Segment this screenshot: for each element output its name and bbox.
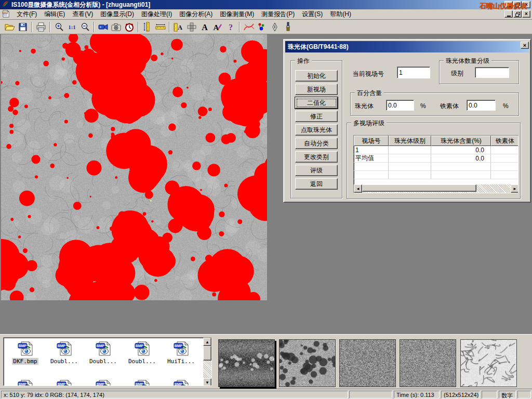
binarize-button[interactable]: 二值化 [295, 97, 338, 109]
grade-input[interactable] [475, 67, 509, 78]
text-annotation-icon[interactable]: A [198, 21, 211, 33]
menu-image-process[interactable]: 图像处理(I) [138, 9, 176, 20]
snapshot-icon[interactable] [110, 21, 123, 33]
mdi-minimize-button[interactable] [504, 10, 513, 18]
zoom-in-icon[interactable] [52, 21, 65, 33]
pick-pearlite-button[interactable]: 点取珠光体 [295, 124, 338, 136]
file-item[interactable]: DKF.bmp [6, 341, 45, 365]
zoom-out-icon[interactable] [78, 21, 91, 33]
scrollbar-thumb[interactable] [362, 184, 476, 192]
return-button[interactable]: 返回 [295, 178, 338, 190]
save-icon[interactable] [16, 21, 29, 33]
thumbnail-image[interactable] [279, 339, 336, 387]
file-item[interactable] [6, 379, 45, 385]
file-name[interactable]: Doubl... [127, 358, 157, 365]
menu-image-display[interactable]: 图像显示(D) [97, 9, 138, 20]
file-item[interactable]: Doubl... [123, 341, 162, 365]
col-pearlite-grade[interactable]: 珠光体级别 [389, 136, 431, 146]
video-capture-icon[interactable] [97, 21, 110, 33]
multifield-group-label: 多视场评级 [351, 119, 387, 128]
timer-icon[interactable] [123, 21, 136, 33]
menu-settings[interactable]: 设置(S) [298, 9, 326, 20]
file-name[interactable]: HuiTi... [166, 358, 196, 365]
menu-file[interactable]: 文件(F) [13, 9, 41, 20]
col-pearlite-content[interactable]: 珠光体含量(%) [431, 136, 491, 146]
menu-view[interactable]: 查看(V) [69, 9, 97, 20]
dialog-title-bar[interactable]: 珠光体(GB/T9441-88) [285, 41, 529, 52]
ferrite-label: 铁素体 [440, 102, 459, 111]
file-item[interactable] [123, 379, 162, 385]
mdi-close-button[interactable]: × [522, 10, 530, 18]
bmp-file-icon [18, 341, 33, 357]
edit-annotation-icon[interactable]: A [211, 21, 224, 33]
file-item[interactable]: Doubl... [84, 341, 123, 365]
file-item[interactable] [162, 379, 201, 385]
curve-measure-icon[interactable] [242, 21, 255, 33]
draw-pen-icon[interactable] [268, 21, 281, 33]
bmp-file-icon [18, 379, 33, 385]
status-bar: x: 510 y: 79 idx: 0 RGB: (174, 174, 174)… [0, 389, 532, 399]
init-button[interactable]: 初始化 [295, 70, 338, 82]
rating-table[interactable]: 视场号 珠光体级别 珠光体含量(%) 铁素体 1 0.0 平均值 0.0 [353, 135, 518, 193]
current-field-input[interactable] [397, 66, 430, 78]
horizontal-ruler-icon[interactable] [154, 21, 167, 33]
table-row[interactable]: 1 0.0 [354, 146, 518, 154]
cell-ferrite [491, 146, 518, 154]
file-name[interactable]: DKF.bmp [12, 358, 38, 365]
file-item[interactable]: HuiTi... [162, 341, 201, 365]
window-title: IS100显微摄像系统(金相分析版) - [zhuguangti01] [11, 1, 150, 9]
actual-size-icon[interactable]: 1:1 [65, 21, 78, 33]
file-list-scrollbar[interactable]: ▲ ▼ [203, 338, 211, 386]
thumbnail-image[interactable] [339, 339, 396, 387]
ferrite-input[interactable] [467, 100, 496, 111]
pearlite-input[interactable] [386, 100, 414, 111]
image-merge-icon[interactable] [185, 21, 198, 33]
open-file-icon[interactable] [3, 21, 16, 33]
scroll-up-icon[interactable]: ▲ [203, 338, 211, 346]
dialog-close-button[interactable]: × [521, 42, 529, 49]
fill-brush-icon[interactable] [281, 21, 294, 33]
file-name[interactable]: Doubl... [49, 358, 79, 365]
print-icon[interactable] [34, 21, 47, 33]
new-field-button[interactable]: 新视场 [295, 84, 338, 95]
scroll-left-icon[interactable]: ◄ [354, 184, 362, 193]
file-name[interactable]: Doubl... [88, 358, 118, 365]
metallograph-image[interactable] [1, 34, 267, 300]
pearlite-percent-sign: % [420, 102, 426, 110]
svg-text:DOC: DOC [3, 11, 7, 14]
vertical-caliper-icon[interactable] [141, 21, 154, 33]
document-icon[interactable]: DOC [2, 10, 10, 19]
help-icon[interactable]: ? [224, 21, 237, 33]
change-class-button[interactable]: 更改类别 [295, 151, 338, 163]
file-item[interactable] [84, 379, 123, 385]
phase-classify-icon[interactable] [255, 21, 268, 33]
toolbar-separator [239, 22, 240, 32]
menu-image-measure[interactable]: 图像测量(M) [216, 9, 258, 20]
status-spacer [517, 391, 531, 398]
scroll-down-icon[interactable]: ▼ [203, 378, 211, 386]
thumbnail-image[interactable] [400, 339, 456, 387]
file-list[interactable]: DKF.bmp Doubl... Doubl... Doubl... HuiTi… [3, 337, 212, 386]
menu-image-analysis[interactable]: 图像分析(A) [176, 9, 216, 20]
bmp-file-icon [174, 379, 189, 385]
scroll-right-icon[interactable]: ► [511, 184, 518, 193]
rate-button[interactable]: 评级 [295, 165, 338, 176]
auto-classify-button[interactable]: 自动分类 [295, 138, 338, 149]
scrollbar-thumb[interactable] [203, 346, 211, 361]
pearlite-dialog: 珠光体(GB/T9441-88) × 操作 初始化 新视场 二值化 修正 点取珠… [283, 39, 531, 203]
thumbnail-image[interactable] [218, 339, 275, 387]
table-row[interactable]: 平均值 0.0 [354, 154, 518, 163]
menu-edit[interactable]: 编辑(E) [41, 9, 69, 20]
menu-help[interactable]: 帮助(H) [326, 9, 355, 20]
table-horizontal-scrollbar[interactable]: ◄ ► [354, 184, 518, 193]
measure-label-icon[interactable]: A [172, 21, 185, 33]
col-field-no[interactable]: 视场号 [354, 136, 389, 146]
mdi-restore-button[interactable] [513, 10, 522, 18]
file-item[interactable]: Doubl... [45, 341, 84, 365]
thumbnail-image[interactable] [460, 339, 517, 387]
correct-button[interactable]: 修正 [295, 111, 338, 122]
menu-measure-report[interactable]: 测量报告(P) [258, 9, 298, 20]
toolbar-separator [138, 22, 139, 32]
col-ferrite[interactable]: 铁素体 [491, 136, 518, 146]
file-item[interactable] [45, 379, 84, 385]
